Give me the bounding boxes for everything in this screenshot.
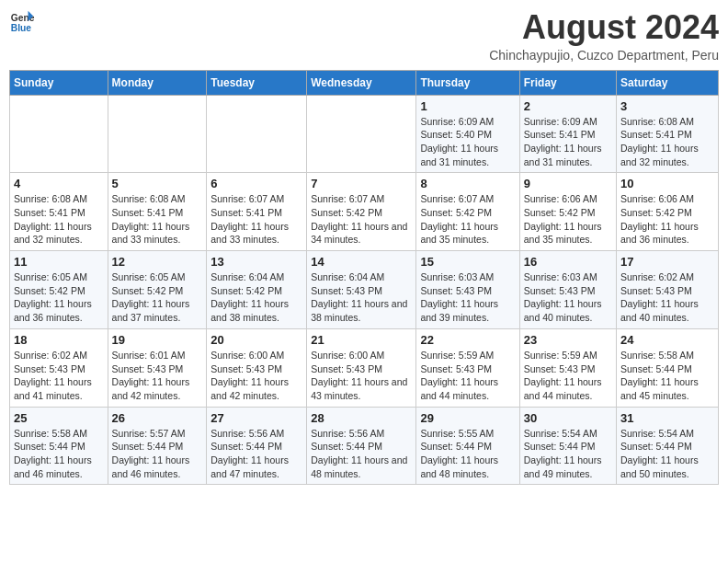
day-number: 1 <box>420 99 515 113</box>
weekday-header-tuesday: Tuesday <box>207 70 307 95</box>
calendar-cell <box>10 95 108 173</box>
logo-icon: General Blue <box>9 9 35 35</box>
day-number: 7 <box>311 177 412 190</box>
weekday-header-monday: Monday <box>108 70 207 95</box>
calendar-cell: 28Sunrise: 5:56 AMSunset: 5:44 PMDayligh… <box>307 407 416 485</box>
calendar-cell: 22Sunrise: 5:59 AMSunset: 5:43 PMDayligh… <box>416 328 519 407</box>
calendar-cell: 30Sunrise: 5:54 AMSunset: 5:44 PMDayligh… <box>519 407 616 485</box>
weekday-header-row: SundayMondayTuesdayWednesdayThursdayFrid… <box>10 70 719 95</box>
day-number: 30 <box>524 411 612 425</box>
calendar-cell: 17Sunrise: 6:02 AMSunset: 5:43 PMDayligh… <box>617 251 719 329</box>
day-number: 8 <box>420 177 515 190</box>
calendar-cell: 24Sunrise: 5:58 AMSunset: 5:44 PMDayligh… <box>617 328 719 407</box>
calendar-cell: 11Sunrise: 6:05 AMSunset: 5:42 PMDayligh… <box>10 251 108 329</box>
day-info: Sunrise: 6:07 AMSunset: 5:42 PMDaylight:… <box>311 192 412 247</box>
day-number: 12 <box>112 255 203 269</box>
calendar-week-1: 1Sunrise: 6:09 AMSunset: 5:40 PMDaylight… <box>10 95 719 173</box>
calendar-cell: 13Sunrise: 6:04 AMSunset: 5:42 PMDayligh… <box>207 251 307 329</box>
calendar-cell: 4Sunrise: 6:08 AMSunset: 5:41 PMDaylight… <box>10 173 108 251</box>
day-number: 20 <box>210 333 302 347</box>
day-info: Sunrise: 6:09 AMSunset: 5:41 PMDaylight:… <box>524 115 612 169</box>
calendar-cell: 25Sunrise: 5:58 AMSunset: 5:44 PMDayligh… <box>10 407 108 485</box>
day-info: Sunrise: 6:02 AMSunset: 5:43 PMDaylight:… <box>14 349 104 403</box>
day-number: 25 <box>14 411 104 425</box>
day-info: Sunrise: 6:07 AMSunset: 5:41 PMDaylight:… <box>210 192 302 247</box>
calendar-week-5: 25Sunrise: 5:58 AMSunset: 5:44 PMDayligh… <box>10 407 719 485</box>
calendar-cell <box>307 95 416 173</box>
calendar-cell: 14Sunrise: 6:04 AMSunset: 5:43 PMDayligh… <box>307 251 416 329</box>
day-number: 14 <box>311 255 412 269</box>
page-title: August 2024 <box>489 9 719 46</box>
day-number: 9 <box>524 177 612 190</box>
calendar-cell: 16Sunrise: 6:03 AMSunset: 5:43 PMDayligh… <box>519 251 616 329</box>
day-number: 26 <box>112 411 203 425</box>
calendar-cell: 6Sunrise: 6:07 AMSunset: 5:41 PMDaylight… <box>207 173 307 251</box>
day-info: Sunrise: 6:07 AMSunset: 5:42 PMDaylight:… <box>420 192 515 247</box>
day-number: 31 <box>620 411 714 425</box>
day-number: 4 <box>14 177 104 190</box>
day-number: 18 <box>14 333 104 347</box>
logo: General Blue <box>9 9 35 35</box>
calendar-cell: 26Sunrise: 5:57 AMSunset: 5:44 PMDayligh… <box>108 407 207 485</box>
day-info: Sunrise: 6:04 AMSunset: 5:43 PMDaylight:… <box>311 270 412 325</box>
svg-text:Blue: Blue <box>11 23 32 33</box>
calendar-cell: 21Sunrise: 6:00 AMSunset: 5:43 PMDayligh… <box>307 328 416 407</box>
day-info: Sunrise: 6:03 AMSunset: 5:43 PMDaylight:… <box>524 270 612 325</box>
day-info: Sunrise: 5:54 AMSunset: 5:44 PMDaylight:… <box>620 427 714 481</box>
day-info: Sunrise: 6:09 AMSunset: 5:40 PMDaylight:… <box>420 115 515 169</box>
day-number: 15 <box>420 255 515 269</box>
day-number: 6 <box>210 177 302 190</box>
day-info: Sunrise: 6:08 AMSunset: 5:41 PMDaylight:… <box>14 192 104 247</box>
day-info: Sunrise: 5:58 AMSunset: 5:44 PMDaylight:… <box>14 427 104 481</box>
day-info: Sunrise: 6:03 AMSunset: 5:43 PMDaylight:… <box>420 270 515 325</box>
day-info: Sunrise: 5:56 AMSunset: 5:44 PMDaylight:… <box>210 427 302 481</box>
day-info: Sunrise: 5:55 AMSunset: 5:44 PMDaylight:… <box>420 427 515 481</box>
day-info: Sunrise: 5:56 AMSunset: 5:44 PMDaylight:… <box>311 427 412 481</box>
day-info: Sunrise: 5:54 AMSunset: 5:44 PMDaylight:… <box>524 427 612 481</box>
calendar-cell: 15Sunrise: 6:03 AMSunset: 5:43 PMDayligh… <box>416 251 519 329</box>
page-header: General Blue August 2024 Chinchaypujio, … <box>9 9 719 63</box>
day-info: Sunrise: 6:00 AMSunset: 5:43 PMDaylight:… <box>210 349 302 403</box>
calendar-cell: 29Sunrise: 5:55 AMSunset: 5:44 PMDayligh… <box>416 407 519 485</box>
day-number: 3 <box>620 99 714 113</box>
day-number: 5 <box>112 177 203 190</box>
calendar-cell: 19Sunrise: 6:01 AMSunset: 5:43 PMDayligh… <box>108 328 207 407</box>
day-number: 29 <box>420 411 515 425</box>
title-block: August 2024 Chinchaypujio, Cuzco Departm… <box>489 9 719 63</box>
calendar-table: SundayMondayTuesdayWednesdayThursdayFrid… <box>9 70 719 486</box>
weekday-header-wednesday: Wednesday <box>307 70 416 95</box>
day-info: Sunrise: 6:08 AMSunset: 5:41 PMDaylight:… <box>620 115 714 169</box>
calendar-week-3: 11Sunrise: 6:05 AMSunset: 5:42 PMDayligh… <box>10 251 719 329</box>
day-number: 23 <box>524 333 612 347</box>
calendar-cell: 1Sunrise: 6:09 AMSunset: 5:40 PMDaylight… <box>416 95 519 173</box>
day-number: 16 <box>524 255 612 269</box>
weekday-header-thursday: Thursday <box>416 70 519 95</box>
weekday-header-friday: Friday <box>519 70 616 95</box>
weekday-header-sunday: Sunday <box>10 70 108 95</box>
day-info: Sunrise: 6:02 AMSunset: 5:43 PMDaylight:… <box>620 270 714 325</box>
calendar-cell <box>207 95 307 173</box>
day-number: 24 <box>620 333 714 347</box>
weekday-header-saturday: Saturday <box>617 70 719 95</box>
day-number: 28 <box>311 411 412 425</box>
day-info: Sunrise: 5:58 AMSunset: 5:44 PMDaylight:… <box>620 349 714 403</box>
calendar-cell <box>108 95 207 173</box>
calendar-cell: 12Sunrise: 6:05 AMSunset: 5:42 PMDayligh… <box>108 251 207 329</box>
calendar-cell: 7Sunrise: 6:07 AMSunset: 5:42 PMDaylight… <box>307 173 416 251</box>
day-info: Sunrise: 6:06 AMSunset: 5:42 PMDaylight:… <box>524 192 612 247</box>
day-info: Sunrise: 5:59 AMSunset: 5:43 PMDaylight:… <box>420 349 515 403</box>
calendar-cell: 3Sunrise: 6:08 AMSunset: 5:41 PMDaylight… <box>617 95 719 173</box>
day-number: 10 <box>620 177 714 190</box>
calendar-cell: 20Sunrise: 6:00 AMSunset: 5:43 PMDayligh… <box>207 328 307 407</box>
day-info: Sunrise: 6:00 AMSunset: 5:43 PMDaylight:… <box>311 349 412 403</box>
day-number: 21 <box>311 333 412 347</box>
calendar-cell: 8Sunrise: 6:07 AMSunset: 5:42 PMDaylight… <box>416 173 519 251</box>
calendar-cell: 27Sunrise: 5:56 AMSunset: 5:44 PMDayligh… <box>207 407 307 485</box>
calendar-cell: 18Sunrise: 6:02 AMSunset: 5:43 PMDayligh… <box>10 328 108 407</box>
calendar-week-4: 18Sunrise: 6:02 AMSunset: 5:43 PMDayligh… <box>10 328 719 407</box>
day-info: Sunrise: 6:06 AMSunset: 5:42 PMDaylight:… <box>620 192 714 247</box>
day-info: Sunrise: 6:05 AMSunset: 5:42 PMDaylight:… <box>112 270 203 325</box>
day-info: Sunrise: 6:05 AMSunset: 5:42 PMDaylight:… <box>14 270 104 325</box>
calendar-cell: 10Sunrise: 6:06 AMSunset: 5:42 PMDayligh… <box>617 173 719 251</box>
calendar-cell: 31Sunrise: 5:54 AMSunset: 5:44 PMDayligh… <box>617 407 719 485</box>
